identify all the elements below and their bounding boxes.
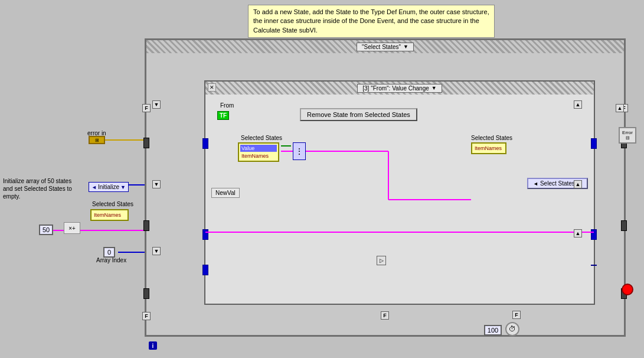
down-arrow-left: ▼ <box>152 100 161 109</box>
array-index-label: Array Index <box>96 257 126 263</box>
inner-case-structure: ✕ [3] "From": Value Change ▼ From TF Rem… <box>204 80 595 305</box>
inner-shift-left3 <box>202 265 208 275</box>
outer-container: "Select States" ▼ F F F ▲ ✕ [3] "From": … <box>145 38 626 337</box>
timer-icon: ⏱ <box>505 322 519 336</box>
inner-shift-left2 <box>202 229 208 240</box>
selected-states-outside-label: Selected States <box>92 201 133 207</box>
selected-states-cluster-right: ItemNames <box>471 142 506 154</box>
shift-reg-outer-right-mid <box>621 220 627 231</box>
initialize-block[interactable]: ◄ Initialize ▼ <box>89 182 129 192</box>
down-arrow-mid: ▼ <box>152 180 161 188</box>
inner-shift-right3 <box>591 265 597 266</box>
close-icon[interactable]: ✕ <box>208 83 216 92</box>
inner-case-label[interactable]: [3] "From": Value Change ▼ <box>357 84 442 93</box>
f-terminal-bottom: F <box>512 311 521 319</box>
selected-states-cluster-left: Value ItemNames <box>238 142 279 162</box>
itemnames-outside: ItemNames <box>93 211 126 219</box>
stop-button[interactable] <box>622 284 633 295</box>
num-0: 0 <box>103 247 115 258</box>
outer-case-label[interactable]: "Select States" ▼ <box>357 43 414 51</box>
tf-block: TF <box>217 111 229 120</box>
outer-case-header: "Select States" ▼ <box>146 40 624 53</box>
loop-iter-terminal: ▷ <box>377 256 386 265</box>
info-button[interactable]: i <box>149 341 157 350</box>
f-terminal-outer-lower-left: F <box>381 311 389 320</box>
tooltip-text: To add a new State, add the State to the… <box>253 8 489 34</box>
shift-reg-outer-left-top <box>143 138 149 148</box>
f-terminal-left-bottom: F <box>142 312 151 320</box>
remove-state-button[interactable]: Remove State from Selected States <box>300 108 417 121</box>
init-note: Initialize array of 50 states and set Se… <box>3 177 80 200</box>
up-arrow-top-right: ▲ <box>574 100 582 109</box>
newval-block: NewVal <box>211 188 240 198</box>
f-terminal-left-top: F <box>142 104 151 112</box>
value-row: Value <box>240 145 277 152</box>
itemnames-row: ItemNames <box>240 152 277 160</box>
outer-case-dropdown[interactable]: ▼ <box>403 44 408 50</box>
from-label: From <box>220 102 234 109</box>
inner-shift-right2 <box>591 229 597 240</box>
error-in-block: ⊞ <box>89 136 105 144</box>
up-arrow-mid-right: ▲ <box>574 180 582 188</box>
selected-states-label-right: Selected States <box>471 135 512 141</box>
down-arrow-bot: ▼ <box>152 247 161 255</box>
itemnames-row-right: ItemNames <box>473 145 504 152</box>
inner-shift-right <box>591 138 597 149</box>
multiply-block: ×+ <box>64 222 80 234</box>
num-50: 50 <box>39 224 53 235</box>
inner-case-dropdown[interactable]: ▼ <box>431 85 437 91</box>
inner-shift-left <box>202 138 208 149</box>
up-arrow-right: ▲ <box>616 104 624 112</box>
selected-states-outside-cluster: ItemNames <box>90 209 129 221</box>
up-arrow-bot-right: ▲ <box>574 229 582 237</box>
inner-case-header: ✕ [3] "From": Value Change ▼ <box>205 82 594 95</box>
bundler-node: ⋮ <box>293 142 306 160</box>
num-100: 100 <box>484 325 502 336</box>
tooltip-box: To add a new State, add the State to the… <box>248 5 495 38</box>
shift-reg-outer-left-mid <box>143 220 149 231</box>
shift-reg-outer-left-bot <box>143 288 149 299</box>
error-out-block: Error⊟ <box>619 127 636 144</box>
selected-states-label-left: Selected States <box>241 135 282 141</box>
